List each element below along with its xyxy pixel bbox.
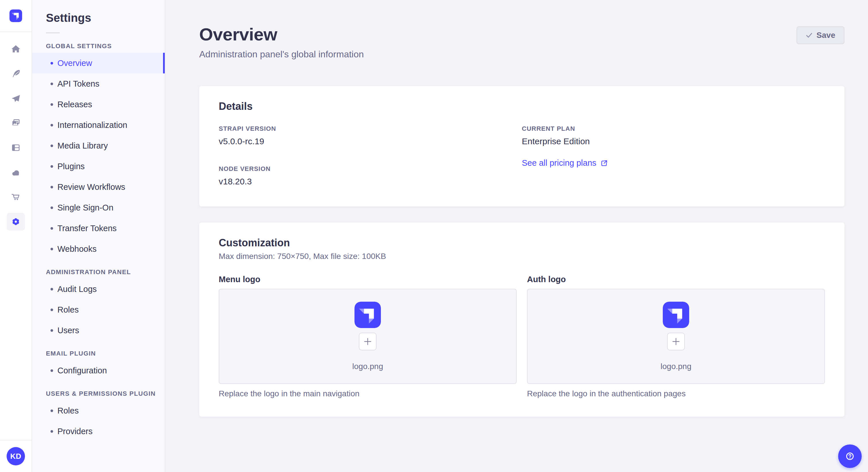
paper-plane-icon[interactable] xyxy=(7,90,25,107)
avatar[interactable]: KD xyxy=(7,447,25,465)
plus-icon xyxy=(672,337,680,346)
auth-logo-caption: Replace the logo in the authentication p… xyxy=(527,389,825,398)
menu-logo-dropzone[interactable]: logo.png xyxy=(219,289,517,384)
strapi-logo xyxy=(354,302,381,328)
subnav-item[interactable]: Internationalization xyxy=(32,115,165,135)
subnav-item-label: Roles xyxy=(57,406,79,415)
subnav-item-label: Internationalization xyxy=(57,121,127,130)
subnav-item-label: Roles xyxy=(57,305,79,314)
check-icon xyxy=(806,32,813,39)
field-value: Enterprise Edition xyxy=(522,136,825,146)
field-label: NODE VERSION xyxy=(219,165,522,173)
nav-group-header: USERS & PERMISSIONS PLUGIN xyxy=(32,390,165,398)
strapi-version-field: STRAPI VERSION v5.0.0-rc.19 xyxy=(219,125,522,146)
field-value: v5.0.0-rc.19 xyxy=(219,136,522,146)
subnav-item[interactable]: Webhooks xyxy=(32,239,165,259)
nav-group-email-plugin: EMAIL PLUGIN Configuration xyxy=(32,350,165,381)
subnav-item[interactable]: Plugins xyxy=(32,156,165,177)
help-button[interactable] xyxy=(838,444,862,468)
subnav-groups: GLOBAL SETTINGS Overview API Tokens Rele… xyxy=(32,42,165,442)
layout-icon[interactable] xyxy=(7,139,25,157)
bullet-icon xyxy=(51,62,53,65)
subnav-item-label: Audit Logs xyxy=(57,284,97,294)
subnav-item[interactable]: API Tokens xyxy=(32,73,165,94)
external-link-icon xyxy=(600,160,608,167)
subnav-item[interactable]: Overview xyxy=(32,53,165,73)
save-button-label: Save xyxy=(817,31,835,40)
strapi-logo[interactable] xyxy=(9,9,22,22)
auth-logo-label: Auth logo xyxy=(527,275,825,284)
save-button[interactable]: Save xyxy=(797,26,844,44)
bullet-icon xyxy=(51,248,53,250)
add-logo-button[interactable] xyxy=(667,333,685,350)
nav-group-header: GLOBAL SETTINGS xyxy=(32,42,165,50)
main-content: Overview Administration panel's global i… xyxy=(165,0,868,472)
nav-group-global-settings: GLOBAL SETTINGS Overview API Tokens Rele… xyxy=(32,42,165,259)
subnav-item[interactable]: Roles xyxy=(32,400,165,421)
subnav-item[interactable]: Media Library xyxy=(32,135,165,156)
pricing-plans-link[interactable]: See all pricing plans xyxy=(522,158,608,168)
menu-logo-label: Menu logo xyxy=(219,275,517,284)
nav-group-users-permissions-plugin: USERS & PERMISSIONS PLUGIN Roles Provide… xyxy=(32,390,165,442)
nav-group-header: EMAIL PLUGIN xyxy=(32,350,165,357)
nav-group-header: ADMINISTRATION PANEL xyxy=(32,268,165,276)
field-label: CURRENT PLAN xyxy=(522,125,825,133)
auth-logo-field: Auth logo logo.png Replace xyxy=(527,275,825,398)
home-icon[interactable] xyxy=(7,40,25,58)
bullet-icon xyxy=(51,430,53,433)
field-label: STRAPI VERSION xyxy=(219,125,522,133)
subnav-item[interactable]: Transfer Tokens xyxy=(32,218,165,239)
subnav-item[interactable]: Providers xyxy=(32,421,165,442)
subnav-item-label: Configuration xyxy=(57,366,107,375)
menu-logo-field: Menu logo logo.png Replace xyxy=(219,275,517,398)
customization-card-title: Customization xyxy=(219,237,825,249)
cloud-icon[interactable] xyxy=(7,164,25,181)
bullet-icon xyxy=(51,124,53,127)
cart-icon[interactable] xyxy=(7,188,25,206)
subnav-item-label: API Tokens xyxy=(57,79,99,89)
field-value: v18.20.3 xyxy=(219,177,522,187)
bullet-icon xyxy=(51,165,53,168)
nav-group-items: Audit Logs Roles Users xyxy=(32,279,165,341)
subnav-item[interactable]: Configuration xyxy=(32,360,165,381)
subnav-item[interactable]: Review Workflows xyxy=(32,177,165,197)
subnav-item[interactable]: Releases xyxy=(32,94,165,115)
bullet-icon xyxy=(51,409,53,412)
menu-logo-caption: Replace the logo in the main navigation xyxy=(219,389,517,398)
node-version-field: NODE VERSION v18.20.3 xyxy=(219,165,522,187)
strapi-logo xyxy=(663,302,689,328)
settings-subnav: Settings GLOBAL SETTINGS Overview API To… xyxy=(32,0,165,472)
subnav-item[interactable]: Single Sign-On xyxy=(32,197,165,218)
subnav-item[interactable]: Roles xyxy=(32,299,165,320)
details-card: Details STRAPI VERSION v5.0.0-rc.19 NODE… xyxy=(199,86,844,206)
subnav-title-divider xyxy=(46,32,60,33)
page-header: Overview Administration panel's global i… xyxy=(199,24,844,60)
bullet-icon xyxy=(51,103,53,106)
nav-group-administration-panel: ADMINISTRATION PANEL Audit Logs Roles Us… xyxy=(32,268,165,341)
subnav-item[interactable]: Audit Logs xyxy=(32,279,165,299)
bullet-icon xyxy=(51,82,53,85)
subnav-title: Settings xyxy=(32,0,165,24)
pricing-plans-link-label: See all pricing plans xyxy=(522,158,596,168)
subnav-item-label: Single Sign-On xyxy=(57,203,113,212)
current-plan-field: CURRENT PLAN Enterprise Edition xyxy=(522,125,825,146)
gear-icon[interactable] xyxy=(7,213,25,231)
add-logo-button[interactable] xyxy=(359,333,377,350)
rail-logo-section xyxy=(0,0,32,32)
auth-logo-dropzone[interactable]: logo.png xyxy=(527,289,825,384)
subnav-item[interactable]: Users xyxy=(32,320,165,341)
subnav-item-label: Plugins xyxy=(57,162,85,171)
customization-card: Customization Max dimension: 750×750, Ma… xyxy=(199,223,844,417)
rail-bottom-section: KD xyxy=(0,440,32,472)
feather-icon[interactable] xyxy=(7,65,25,82)
images-icon[interactable] xyxy=(7,114,25,132)
subnav-item-label: Transfer Tokens xyxy=(57,224,117,233)
subnav-item-label: Overview xyxy=(57,59,92,68)
plus-icon xyxy=(363,337,372,346)
bullet-icon xyxy=(51,329,53,332)
bullet-icon xyxy=(51,369,53,372)
subnav-item-label: Review Workflows xyxy=(57,182,125,192)
bullet-icon xyxy=(51,144,53,147)
main-nav-rail: KD xyxy=(0,0,32,472)
bullet-icon xyxy=(51,288,53,291)
